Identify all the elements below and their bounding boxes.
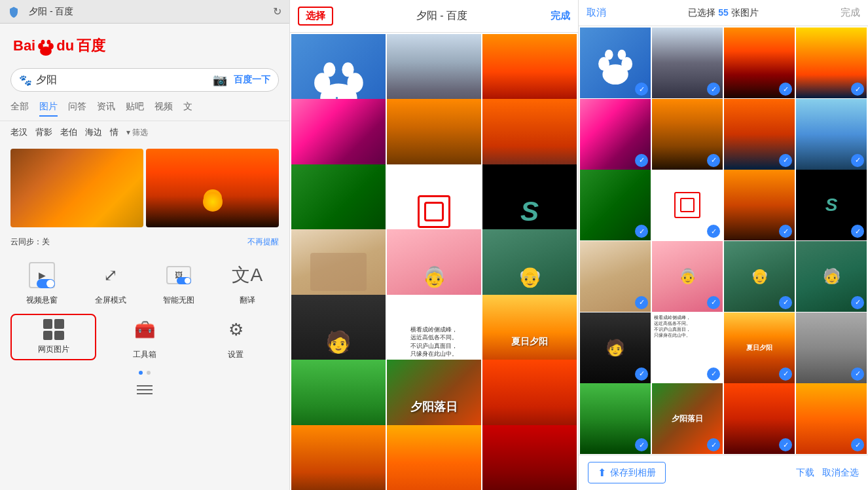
cancel-button[interactable]: 取消 (587, 7, 606, 19)
filter-button[interactable]: ▾ 筛选 (126, 127, 148, 138)
sel-image-hatman[interactable]: 🧑 ✓ (580, 312, 651, 383)
check-4: ✓ (851, 83, 864, 96)
sel-image-orange-sunset[interactable]: ✓ (796, 383, 867, 454)
search-button[interactable]: 百度一下 (234, 74, 270, 86)
tool-smart-image[interactable]: 🖼 智能无图 (147, 259, 211, 306)
sel-image-horizon[interactable]: ✓ (796, 99, 867, 170)
bai-text: Bai (13, 37, 35, 54)
upload-icon: ⬆ (598, 466, 606, 479)
check-3: ✓ (779, 83, 792, 96)
check-13: ✓ (635, 296, 648, 309)
tool-settings[interactable]: ⚙ 设置 (193, 314, 279, 360)
image-sunset-11[interactable] (387, 425, 481, 490)
sel-image-sunset-c[interactable]: ✓ (724, 99, 795, 170)
svg-point-3 (41, 40, 45, 45)
sel-image-elder-glasses[interactable]: ✓ (580, 241, 651, 312)
sel-image-cloudy[interactable]: ✓ (796, 312, 867, 383)
tag-beiying[interactable]: 背影 (35, 126, 52, 138)
left-top-bar: 夕阳 - 百度 ↻ (0, 0, 289, 24)
middle-done-button[interactable]: 完成 (551, 10, 570, 22)
sel-image-green2[interactable]: ✓ (580, 383, 651, 454)
tool-toolbox[interactable]: 🧰 工具箱 (101, 314, 187, 360)
tab-more[interactable]: 文 (183, 101, 192, 117)
search-input[interactable] (36, 74, 213, 86)
no-remind-button[interactable]: 不再提醒 (247, 236, 279, 248)
deselect-all-button[interactable]: 取消全选 (822, 467, 859, 479)
tool-web-image[interactable]: 网页图片 (10, 314, 96, 360)
tool-web-image-label: 网页图片 (38, 344, 69, 355)
camera-icon[interactable]: 📷 (213, 73, 227, 87)
tab-tieba[interactable]: 贴吧 (126, 101, 144, 117)
sel-summer-text: 夏日夕阳 (746, 343, 772, 352)
tag-qing[interactable]: 情 (110, 126, 118, 138)
refresh-icon[interactable]: ↻ (273, 5, 281, 18)
sel-image-elder-flower[interactable]: 👵 ✓ (652, 241, 723, 312)
sel-image-green[interactable]: ✓ (580, 170, 651, 240)
middle-top-bar: 选择 夕阳 - 百度 完成 (290, 0, 578, 33)
tag-haibian[interactable]: 海边 (85, 126, 102, 138)
select-button[interactable]: 选择 (298, 7, 333, 26)
sel-image-red-logo[interactable]: ✓ (652, 170, 723, 240)
check-19: ✓ (779, 368, 792, 381)
tab-all[interactable]: 全部 (10, 101, 29, 117)
sel-image-poem[interactable]: 横看成岭侧成峰，远近高低各不同。不识庐山真面目，只缘身在此山中。 ✓ (652, 312, 723, 383)
check-1: ✓ (635, 83, 648, 96)
sel-image-luori[interactable]: 夕阳落日 ✓ (652, 383, 723, 454)
preview-image-1[interactable] (10, 149, 143, 227)
preview-image-2[interactable] (146, 149, 279, 227)
sel-image-elder-green[interactable]: 👴 ✓ (724, 241, 795, 312)
image-sunset-10[interactable] (291, 425, 386, 490)
svg-point-9 (342, 62, 353, 77)
check-8: ✓ (851, 154, 864, 167)
tag-laahan[interactable]: 老汉 (10, 126, 27, 138)
sel-image-sunset-b[interactable]: ✓ (796, 28, 867, 98)
tab-news[interactable]: 资讯 (97, 101, 115, 117)
elder-hat-emoji: 👴 (518, 265, 542, 288)
save-album-button[interactable]: ⬆ 保存到相册 (588, 462, 666, 483)
tab-qa[interactable]: 问答 (68, 101, 86, 117)
tool-fullscreen[interactable]: ⤢ 全屏模式 (79, 259, 143, 306)
tool-video-float[interactable]: 视频悬窗 (10, 259, 74, 306)
tag-laobo[interactable]: 老伯 (60, 126, 77, 138)
tool-translate[interactable]: 文A 翻译 (216, 259, 280, 306)
svg-point-4 (47, 40, 51, 45)
sel-image-s-logo[interactable]: S ✓ (796, 170, 867, 240)
hamburger-menu[interactable] (0, 380, 289, 402)
check-9: ✓ (635, 225, 648, 238)
sel-image-pink[interactable]: ✓ (580, 99, 651, 170)
check-14: ✓ (707, 296, 720, 309)
middle-title: 夕阳 - 百度 (333, 9, 551, 23)
baidu-logo-area: Bai du 百度 (0, 24, 289, 63)
red-logo-inner (424, 202, 444, 221)
check-6: ✓ (707, 154, 720, 167)
search-bar[interactable]: 🐾 📷 百度一下 (10, 68, 279, 92)
right-images-grid: ✓ ✓ ✓ ✓ ✓ ✓ ✓ ✓ ✓ ✓ (579, 26, 868, 455)
sel-luori-text: 夕阳落日 (672, 413, 703, 424)
briefcase-icon: 🧰 (134, 320, 155, 340)
svg-point-15 (618, 50, 626, 60)
sel-poem: 横看成岭侧成峰，远近高低各不同。不识庐山真面目，只缘身在此山中。 (652, 312, 723, 340)
download-button[interactable]: 下载 (796, 467, 814, 479)
dot-1 (139, 371, 143, 375)
image-red-sky[interactable] (482, 425, 577, 490)
sel-image-sunset-d[interactable]: ✓ (724, 170, 795, 240)
man-hat-emoji: 🧑 (325, 330, 352, 354)
luori-text: 夕阳落日 (410, 399, 458, 415)
sel-image-sunset-a[interactable]: ✓ (724, 28, 795, 98)
check-22: ✓ (707, 438, 720, 451)
shield-icon (8, 6, 20, 18)
sel-image-summer[interactable]: 夏日夕阳 ✓ (724, 312, 795, 383)
check-20: ✓ (851, 368, 864, 381)
sel-s-logo: S (825, 195, 838, 216)
sel-image-red-sunset[interactable]: ✓ (724, 383, 795, 454)
selected-count: 已选择 55 张图片 (611, 7, 835, 19)
sel-image-castle[interactable]: ✓ (652, 28, 723, 98)
tab-video[interactable]: 视频 (154, 101, 173, 117)
sel-baidu-logo (592, 40, 638, 86)
hamburger-line-1 (137, 385, 153, 386)
sel-image-baidu[interactable]: ✓ (580, 28, 651, 98)
sel-image-lake[interactable]: ✓ (652, 99, 723, 170)
sel-image-elder-outdoor[interactable]: 🧓 ✓ (796, 241, 867, 312)
tab-images[interactable]: 图片 (39, 101, 58, 117)
sel-red-logo (674, 192, 700, 218)
